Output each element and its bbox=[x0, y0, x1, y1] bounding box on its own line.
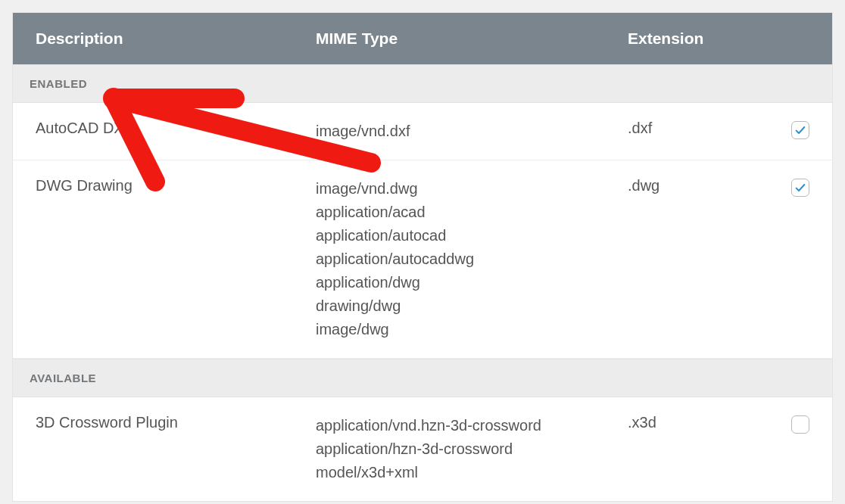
row-mime: application/vnd.hzn-3d-crossword applica… bbox=[316, 414, 628, 484]
mime-types-table: Description MIME Type Extension ENABLED … bbox=[12, 12, 833, 502]
enable-checkbox[interactable] bbox=[791, 179, 809, 197]
table-row: DWG Drawing image/vnd.dwg application/ac… bbox=[13, 160, 832, 359]
row-description: 3D Crossword Plugin bbox=[36, 414, 316, 431]
table-row: 3D Crossword Plugin application/vnd.hzn-… bbox=[13, 397, 832, 501]
row-mime: image/vnd.dxf bbox=[316, 120, 628, 143]
enable-checkbox[interactable] bbox=[791, 415, 809, 434]
section-enabled-header: ENABLED bbox=[13, 64, 832, 103]
table-header-row: Description MIME Type Extension bbox=[13, 13, 832, 64]
row-extension: .x3d bbox=[628, 414, 772, 431]
enable-checkbox[interactable] bbox=[791, 121, 809, 139]
row-description: AutoCAD DXF bbox=[36, 120, 316, 137]
header-extension: Extension bbox=[628, 30, 772, 48]
header-mime: MIME Type bbox=[316, 30, 628, 48]
row-extension: .dxf bbox=[628, 120, 772, 137]
row-extension: .dwg bbox=[628, 177, 772, 194]
checkmark-icon bbox=[794, 182, 806, 194]
section-available-header: AVAILABLE bbox=[13, 359, 832, 397]
table-row: AutoCAD DXF image/vnd.dxf .dxf bbox=[13, 103, 832, 160]
checkmark-icon bbox=[794, 124, 806, 136]
row-description: DWG Drawing bbox=[36, 177, 316, 194]
header-description: Description bbox=[36, 30, 316, 48]
row-mime: image/vnd.dwg application/acad applicati… bbox=[316, 177, 628, 341]
